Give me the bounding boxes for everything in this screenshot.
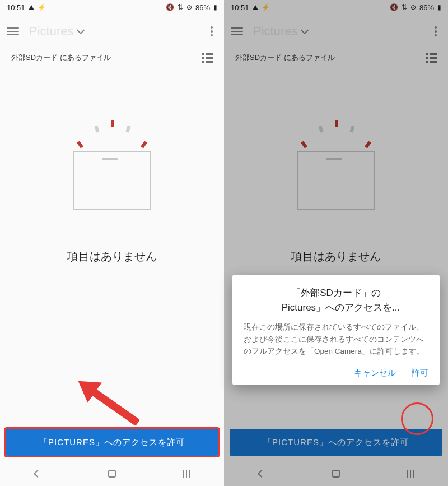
warning-icon bbox=[29, 5, 34, 10]
overflow-menu-icon[interactable] bbox=[206, 26, 217, 36]
empty-state-text: 項目はありません bbox=[67, 249, 157, 264]
power-icon: ⚡ bbox=[262, 3, 270, 11]
screenshot-right: 10:51 ⚡ 🔇 ⇅ ⊘ 86% ▮ Pictures 外部SDカード にある… bbox=[224, 0, 448, 486]
no-sim-icon: ⊘ bbox=[186, 3, 192, 11]
battery-icon: ▮ bbox=[213, 3, 217, 11]
status-time: 10:51 bbox=[231, 3, 249, 12]
view-list-icon[interactable] bbox=[426, 53, 437, 63]
nav-back-button[interactable] bbox=[26, 471, 49, 476]
view-list-icon[interactable] bbox=[202, 53, 213, 63]
allow-button[interactable]: 許可 bbox=[412, 368, 428, 378]
sub-header: 外部SDカード にあるファイル bbox=[0, 48, 224, 70]
hamburger-menu-icon[interactable] bbox=[231, 27, 243, 35]
permission-dialog: 「外部SDカード」の 「Pictures」へのアクセスを... 現在この場所に保… bbox=[232, 275, 440, 385]
status-bar: 10:51 ⚡ 🔇 ⇅ ⊘ 86% ▮ bbox=[224, 0, 448, 15]
sub-header: 外部SDカード にあるファイル bbox=[224, 48, 448, 70]
app-bar: Pictures bbox=[0, 15, 224, 48]
nav-home-button[interactable] bbox=[325, 470, 347, 478]
wifi-icon: ⇅ bbox=[402, 3, 407, 11]
power-icon: ⚡ bbox=[38, 3, 46, 11]
hamburger-menu-icon[interactable] bbox=[7, 27, 19, 35]
screenshot-left: 10:51 ⚡ 🔇 ⇅ ⊘ 86% ▮ Pictures 外部SDカード にある… bbox=[0, 0, 224, 486]
dialog-body: 現在この場所に保存されているすべてのファイル、および今後ここに保存されるすべての… bbox=[244, 321, 428, 358]
empty-box-illustration bbox=[286, 103, 386, 215]
folder-title-text: Pictures bbox=[253, 24, 297, 39]
chevron-down-icon bbox=[301, 26, 309, 34]
nav-back-button[interactable] bbox=[250, 471, 273, 476]
allow-access-button[interactable]: 「PICTURES」へのアクセスを許可 bbox=[6, 429, 218, 456]
allow-access-label: 「PICTURES」へのアクセスを許可 bbox=[39, 437, 185, 448]
battery-text: 86% bbox=[195, 3, 210, 12]
status-bar: 10:51 ⚡ 🔇 ⇅ ⊘ 86% ▮ bbox=[0, 0, 224, 15]
app-bar: Pictures bbox=[224, 15, 448, 48]
empty-state: 項目はありません bbox=[0, 70, 224, 423]
folder-title-text: Pictures bbox=[29, 24, 73, 39]
navigation-bar bbox=[224, 461, 448, 486]
allow-access-label: 「PICTURES」へのアクセスを許可 bbox=[263, 437, 409, 448]
warning-icon bbox=[253, 5, 258, 10]
empty-box-illustration bbox=[62, 103, 162, 215]
dialog-title: 「外部SDカード」の 「Pictures」へのアクセスを... bbox=[244, 286, 428, 314]
status-time: 10:51 bbox=[7, 3, 25, 12]
dialog-actions: キャンセル 許可 bbox=[244, 368, 428, 378]
folder-title-dropdown[interactable]: Pictures bbox=[29, 24, 199, 39]
no-sim-icon: ⊘ bbox=[410, 3, 416, 11]
nav-recents-button[interactable] bbox=[175, 470, 198, 478]
annotation-circle bbox=[401, 402, 433, 435]
battery-icon: ▮ bbox=[437, 3, 441, 11]
cancel-button[interactable]: キャンセル bbox=[354, 368, 396, 378]
breadcrumb-path: 外部SDカード にあるファイル bbox=[11, 53, 111, 63]
mute-icon: 🔇 bbox=[166, 3, 174, 11]
nav-recents-button[interactable] bbox=[399, 470, 422, 478]
folder-title-dropdown[interactable]: Pictures bbox=[253, 24, 423, 39]
wifi-icon: ⇅ bbox=[178, 3, 183, 11]
chevron-down-icon bbox=[77, 26, 85, 34]
battery-text: 86% bbox=[419, 3, 434, 12]
mute-icon: 🔇 bbox=[390, 3, 398, 11]
overflow-menu-icon[interactable] bbox=[430, 26, 441, 36]
navigation-bar bbox=[0, 461, 224, 486]
nav-home-button[interactable] bbox=[101, 470, 123, 478]
breadcrumb-path: 外部SDカード にあるファイル bbox=[235, 53, 335, 63]
empty-state-text: 項目はありません bbox=[291, 249, 381, 264]
